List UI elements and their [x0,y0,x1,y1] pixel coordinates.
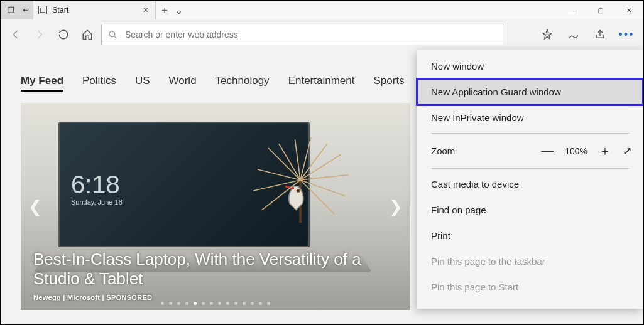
tab-actions: ＋ ⌄ [156,1,187,19]
carousel-dot[interactable] [251,302,254,305]
feed-nav-item[interactable]: Technology [216,75,270,92]
menu-item[interactable]: New Application Guard window [417,79,643,105]
tab-title: Start [52,6,138,14]
more-menu: New windowNew Application Guard windowNe… [417,50,643,309]
feed-nav-item[interactable]: Entertainment [288,75,355,92]
close-button[interactable]: ✕ [614,1,643,19]
feed-nav-item[interactable]: World [169,75,197,92]
address-bar[interactable] [101,24,503,45]
carousel-dots[interactable] [161,302,270,305]
carousel-dot[interactable] [161,302,164,305]
search-icon [108,30,117,40]
hero-screen-time: 6:18 [71,172,123,197]
minimize-button[interactable]: — [557,1,586,19]
more-button[interactable]: ••• [614,24,638,45]
hero-carousel[interactable]: 6:18 Sunday, June 18 [21,103,410,310]
menu-separator [431,133,630,134]
menu-item: Pin this page to Start [417,274,643,300]
menu-item[interactable]: Find on page [417,197,643,223]
carousel-dot[interactable] [226,302,229,305]
titlebar: ❐ ↩ Start ✕ ＋ ⌄ — ▢ ✕ [1,1,643,19]
zoom-in-button[interactable]: ＋ [596,142,614,159]
menu-item[interactable]: Print [417,223,643,248]
svg-point-1 [297,189,300,192]
tab-close-icon[interactable]: ✕ [143,6,149,14]
zoom-label: Zoom [431,146,455,156]
nav-forward-button[interactable] [30,24,50,45]
browser-tab[interactable]: Start ✕ [33,1,156,19]
back-icon[interactable]: ↩ [18,6,33,14]
nav-back-button[interactable] [6,24,26,45]
carousel-dot[interactable] [202,302,205,305]
feed-nav-item[interactable]: US [135,75,150,92]
refresh-button[interactable] [53,24,74,45]
share-icon[interactable] [588,24,612,45]
new-tab-button[interactable]: ＋ [160,4,170,17]
svg-point-0 [109,31,115,36]
menu-zoom-row: Zoom—100%＋⤢ [417,136,643,166]
carousel-dot[interactable] [210,302,213,305]
carousel-dot[interactable] [267,302,270,305]
carousel-dot[interactable] [169,302,172,305]
tab-chevron-down-icon[interactable]: ⌄ [175,4,183,16]
carousel-dot[interactable] [234,302,237,305]
zoom-value: 100% [565,146,587,156]
task-view-icon[interactable]: ❐ [3,6,18,14]
window-controls: — ▢ ✕ [557,1,643,19]
carousel-dot[interactable] [177,302,180,305]
carousel-dot[interactable] [185,302,188,305]
hero-bird-illustration [247,137,354,244]
maximize-button[interactable]: ▢ [586,1,614,19]
carousel-dot[interactable] [259,302,262,305]
ink-icon[interactable] [562,24,586,45]
menu-item[interactable]: Cast media to device [417,171,643,197]
carousel-prev-button[interactable]: ❮ [26,194,45,219]
tab-favicon [38,6,47,14]
menu-item[interactable]: New window [417,53,643,79]
hero-screen-date: Sunday, June 18 [71,198,123,206]
toolbar: ••• [1,19,643,50]
feed-nav-item[interactable]: Sports [373,75,404,92]
home-button[interactable] [77,24,97,45]
titlebar-system-icons: ❐ ↩ [1,1,33,19]
menu-item: Pin this page to the taskbar [417,248,643,274]
feed-nav-item[interactable]: Politics [82,75,116,92]
carousel-dot[interactable] [194,302,197,305]
favorites-icon[interactable] [535,24,559,45]
carousel-next-button[interactable]: ❯ [386,194,405,219]
menu-separator [431,168,630,169]
carousel-dot[interactable] [243,302,246,305]
zoom-out-button[interactable]: — [538,144,556,158]
feed-nav-item[interactable]: My Feed [21,75,63,92]
hero-source: Newegg | Microsoft | SPONSORED [33,294,398,301]
carousel-dot[interactable] [218,302,221,305]
address-input[interactable] [124,29,496,40]
hero-title: Best-In-Class Laptop, With the Versatili… [33,250,398,289]
fullscreen-button[interactable]: ⤢ [623,144,632,158]
menu-item[interactable]: New InPrivate window [417,105,643,131]
